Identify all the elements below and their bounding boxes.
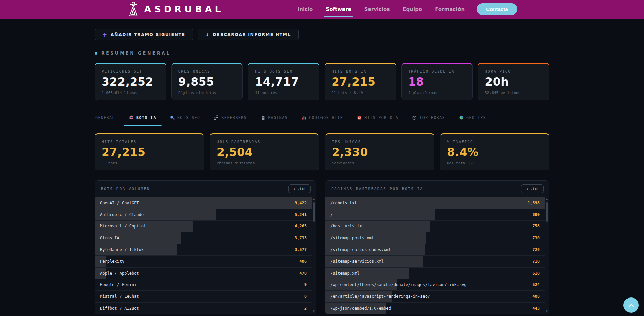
stat-card: HITS BOTS IA27,21511 bots · 8.4% [325, 63, 396, 100]
add-section-label: AÑADIR TRAMO SIGUIENTE [111, 32, 185, 37]
link-icon [214, 115, 218, 120]
nav-link-servicios[interactable]: Servicios [364, 4, 391, 14]
contact-button[interactable]: Contacta [477, 3, 517, 15]
table-row: /sitemap.xml610 [325, 267, 545, 279]
figure-logo-icon [127, 2, 140, 17]
bar-chart-icon [302, 115, 306, 120]
scroll-up-arrow-icon[interactable]: ▲ [312, 198, 315, 200]
stat-card: HITS TOTALES27,21511 bots [95, 133, 204, 170]
stat-card: URLS ÚNICAS9,855Páginas distintas [171, 63, 243, 100]
tab-label: BOTS SEO [177, 115, 200, 120]
table-row: ByteDance / TikTok3,577 [95, 244, 312, 255]
table-row: /sitemap-posts.xml730 [325, 232, 545, 244]
table-row: Perplexity486 [95, 255, 312, 267]
tab-hits-por-d-a[interactable]: HITS POR DÍA [356, 115, 399, 125]
tab-label: REFERRERS [221, 115, 247, 120]
row-name: /best-urls.txt [330, 224, 364, 229]
stat-card: PETICIONES GET322,2521,065,614 líneas [95, 63, 166, 100]
tab-p-ginas[interactable]: PÁGINAS [260, 115, 289, 125]
stat-value: 27,215 [332, 75, 389, 89]
table-row: OpenAI / ChatGPT9,422 [95, 197, 312, 209]
calendar-icon [357, 115, 362, 120]
table-row: Otros IA3,733 [95, 232, 312, 244]
tab-general[interactable]: GENERAL [95, 115, 116, 125]
section-title: RESUMEN GENERAL [101, 50, 171, 56]
scroll-up-arrow-icon[interactable]: ▲ [545, 198, 548, 200]
tab-geo-ips[interactable]: GEO IPS [458, 115, 487, 125]
bots-volume-scrollbar[interactable]: ▲ ▼ [312, 198, 315, 313]
stat-value: 2,330 [332, 146, 427, 159]
bots-volume-title: BOTS POR VOLUMEN [101, 187, 150, 191]
stat-value: 27,215 [102, 146, 197, 159]
table-row: /sitemap-servicios.xml710 [325, 255, 545, 267]
nav-link-inicio[interactable]: Inicio [297, 4, 314, 14]
row-value: 726 [532, 247, 540, 252]
row-value: 470 [299, 271, 307, 276]
stat-label: HITS BOTS SEO [255, 69, 312, 74]
stat-value: 9,855 [178, 75, 236, 89]
download-report-button[interactable]: ↓ DESCARGAR INFORME HTML [198, 29, 299, 40]
bots-volume-download-txt-button[interactable]: ↓ .txt [288, 184, 311, 193]
stat-sub: 1,065,614 líneas [102, 91, 159, 95]
table-row: Apple / Applebot470 [95, 267, 312, 279]
tab-bots-seo[interactable]: BOTS SEO [169, 115, 201, 125]
add-section-button[interactable]: + AÑADIR TRAMO SIGUIENTE [95, 29, 193, 40]
stat-value: 14,717 [255, 75, 312, 89]
tab-c-digos-http[interactable]: CÓDIGOS HTTP [301, 115, 344, 125]
nav-link-formación[interactable]: Formación [434, 4, 465, 14]
stat-sub: Del total GET [447, 161, 542, 165]
row-value: 710 [532, 259, 540, 264]
pages-crawled-scrollbar[interactable]: ▲ ▼ [545, 198, 548, 313]
row-name: Google / Gemini [100, 282, 136, 287]
stat-value: 18 [408, 75, 466, 89]
bots-volume-table: OpenAI / ChatGPT9,422Anthropic / Claude5… [95, 197, 312, 314]
stat-value: 322,252 [102, 75, 159, 89]
row-name: / [330, 212, 333, 217]
scrollbar-thumb[interactable] [546, 202, 548, 222]
scroll-down-arrow-icon[interactable]: ▼ [312, 310, 315, 313]
stat-sub: 4 plataformas [408, 91, 466, 95]
chevron-up-icon [628, 303, 634, 307]
table-row: Diffbot / AI2Bot2 [95, 302, 312, 314]
stat-sub: 11 motores [255, 91, 312, 95]
row-name: /sitemap-servicios.xml [330, 259, 384, 264]
row-value: 9,422 [295, 201, 307, 205]
row-value: 488 [532, 294, 540, 299]
row-bar [325, 209, 435, 220]
scroll-to-top-button[interactable] [623, 297, 639, 313]
tab-bots-ia[interactable]: BOTS IA [128, 115, 157, 125]
row-name: /sitemap-posts.xml [330, 236, 374, 240]
row-name: ByteDance / TikTok [100, 247, 144, 252]
tab-label: GEO IPS [466, 115, 486, 120]
tab-label: CÓDIGOS HTTP [309, 115, 343, 120]
table-row: Google / Gemini9 [95, 279, 312, 291]
robot-icon [129, 115, 134, 120]
brand: ASDRUBAL [127, 2, 224, 17]
stat-value: 8.4% [447, 146, 542, 159]
nav-link-equipo[interactable]: Equipo [402, 4, 423, 14]
summary-cards: PETICIONES GET322,2521,065,614 líneasURL… [95, 63, 549, 100]
table-row: /800 [325, 209, 545, 220]
row-value: 610 [532, 271, 540, 276]
tab-referrers[interactable]: REFERRERS [213, 115, 247, 125]
site-header: ASDRUBAL InicioSoftwareServiciosEquipoFo… [0, 0, 644, 19]
tab-bar: GENERALBOTS IABOTS SEOREFERRERSPÁGINASCÓ… [95, 115, 549, 125]
row-name: Anthropic / Claude [100, 212, 144, 217]
pages-crawled-download-txt-button[interactable]: ↓ .txt [521, 184, 544, 193]
row-name: Apple / Applebot [100, 271, 139, 276]
stat-card: % TRÁFICO8.4%Del total GET [440, 133, 549, 170]
scrollbar-thumb[interactable] [313, 202, 315, 222]
tab-top-horas[interactable]: TOP HORAS [411, 115, 446, 125]
table-row: /en/article/javascript-renderings-in-seo… [325, 290, 545, 302]
stat-card: HITS BOTS SEO14,71711 motores [248, 63, 319, 100]
scroll-down-arrow-icon[interactable]: ▼ [545, 310, 548, 313]
stat-sub: Páginas distintas [217, 161, 312, 165]
row-value: 524 [532, 282, 540, 287]
row-bar [325, 197, 545, 209]
nav-link-software[interactable]: Software [325, 4, 352, 14]
bots-volume-panel: BOTS POR VOLUMEN ↓ .txt OpenAI / ChatGPT… [95, 180, 316, 314]
section-header: RESUMEN GENERAL [95, 50, 549, 56]
row-name: /wp-content/themes/sanchezdonate/images/… [330, 282, 467, 287]
table-row: /wp-content/themes/sanchezdonate/images/… [325, 279, 545, 291]
tab-label: HITS POR DÍA [364, 115, 398, 120]
